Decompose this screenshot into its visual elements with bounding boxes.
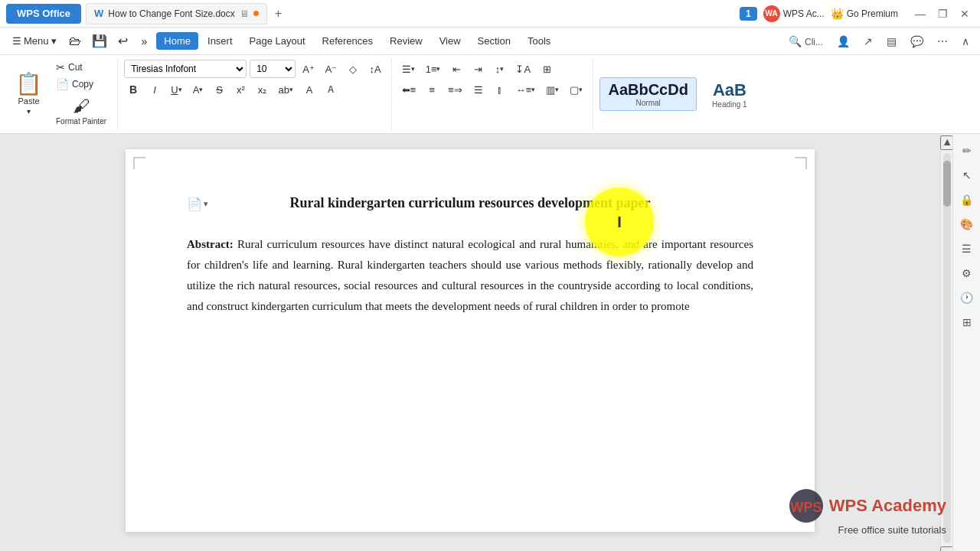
document-tab[interactable]: W How to Change Font Size.docx 🖥 xyxy=(86,3,267,24)
history-button[interactable]: 🕐 xyxy=(956,287,978,308)
vertical-scrollbar[interactable]: ▲ ▼ xyxy=(940,134,952,551)
document-icon-button[interactable]: 📄 ▾ xyxy=(187,197,208,211)
scroll-up-button[interactable]: ▲ xyxy=(942,135,952,148)
bold-button[interactable]: B xyxy=(124,80,142,99)
superscript-button[interactable]: x² xyxy=(232,80,250,99)
sort-para-button[interactable]: ↧A xyxy=(511,60,534,78)
columns-icon: ⫿ xyxy=(497,84,502,96)
home-menu-item[interactable]: Home xyxy=(156,32,198,50)
font-decrease-button[interactable]: A⁻ xyxy=(322,60,341,78)
underline-button[interactable]: U ▾ xyxy=(167,80,185,99)
sort-button[interactable]: ↕A xyxy=(365,60,384,78)
border-button[interactable]: ▢ ▾ xyxy=(566,80,586,99)
monitor-icon: 🖥 xyxy=(240,8,249,19)
scroll-thumb[interactable] xyxy=(943,161,951,207)
underline-icon: U xyxy=(171,84,178,96)
collapse-ribbon-button[interactable]: ∧ xyxy=(957,32,974,51)
align-center-button[interactable]: ≡ xyxy=(423,80,441,99)
settings-button[interactable]: ⚙ xyxy=(956,262,978,284)
italic-button[interactable]: I xyxy=(145,80,164,99)
notification-badge[interactable]: 1 xyxy=(740,7,757,21)
format-painter-button[interactable]: 🖌 Format Painter xyxy=(51,93,111,129)
lock-button[interactable]: 🔒 xyxy=(956,189,978,210)
go-premium-button[interactable]: 👑 Go Premium xyxy=(831,8,898,20)
save-button[interactable]: 💾 xyxy=(87,32,112,50)
comment-button[interactable]: 💬 xyxy=(906,32,928,51)
align-right-button[interactable]: ≡⇒ xyxy=(444,80,466,99)
columns-button[interactable]: ⫿ xyxy=(491,80,509,99)
align-center-icon: ≡ xyxy=(429,84,435,96)
hamburger-menu-button[interactable]: ☰ Menu ▾ xyxy=(6,32,63,50)
align-justify-button[interactable]: ☰ xyxy=(469,80,488,99)
annotation-button[interactable]: 🎨 xyxy=(956,214,978,235)
document-scroll[interactable]: 📄 ▾ Rural kindergarten curriculum resour… xyxy=(0,134,940,551)
view-menu-item[interactable]: View xyxy=(432,32,469,50)
collaboration-button[interactable]: 👤 xyxy=(832,32,854,51)
strikethrough-icon: S xyxy=(216,84,223,96)
font-increase-button[interactable]: A⁺ xyxy=(299,60,318,78)
maximize-button[interactable]: ❐ xyxy=(933,8,952,20)
toc-button[interactable]: ☰ xyxy=(956,238,978,259)
heading1-style[interactable]: AaB Heading 1 xyxy=(703,77,756,112)
section-menu-item[interactable]: Section xyxy=(470,32,518,50)
tools-menu-item[interactable]: Tools xyxy=(520,32,558,50)
pen-tool-button[interactable]: ✏ xyxy=(956,140,978,161)
border-dropdown-icon: ▾ xyxy=(579,86,583,93)
bullets-dropdown-icon: ▾ xyxy=(411,65,415,73)
table-button[interactable]: ⊞ xyxy=(537,60,556,78)
font-name-select[interactable]: Tiresias Infofont xyxy=(124,60,247,78)
scroll-down-btn[interactable]: ▼ xyxy=(940,546,954,551)
bullets-button[interactable]: ☰ ▾ xyxy=(398,60,419,78)
minimize-button[interactable]: — xyxy=(910,8,930,20)
col-spacing-button[interactable]: ↔≡ ▾ xyxy=(512,80,540,99)
undo-button[interactable]: ↩ xyxy=(113,32,132,50)
search-icon: 🔍 xyxy=(789,35,802,47)
superscript-icon: x² xyxy=(237,84,245,96)
wps-account-button[interactable]: WA WPS Ac... xyxy=(763,5,825,22)
numbering-button[interactable]: 1≡ ▾ xyxy=(422,60,445,78)
title-bar: WPS Office W How to Change Font Size.doc… xyxy=(0,0,980,28)
unsaved-dot xyxy=(253,11,259,16)
line-spacing-button[interactable]: ↕ ▾ xyxy=(490,60,508,78)
shading-button[interactable]: ▥ ▾ xyxy=(542,80,563,99)
table-button-sidebar[interactable]: ⊞ xyxy=(956,311,978,333)
recent-files-button[interactable]: 🗁 xyxy=(64,33,86,50)
copy-button[interactable]: 📄 Copy xyxy=(51,77,111,92)
align-left-button[interactable]: ⬅≡ xyxy=(398,80,420,99)
search-button[interactable]: 🔍 Cli... xyxy=(784,32,828,51)
corner-mark-top-right xyxy=(795,157,807,169)
hamburger-icon: ☰ xyxy=(12,35,21,47)
outdent-button[interactable]: ⇤ xyxy=(447,60,466,78)
annotation-icon: 🎨 xyxy=(960,218,973,230)
subscript-button[interactable]: x₂ xyxy=(253,80,272,99)
new-tab-button[interactable]: + xyxy=(270,7,286,21)
font-color-button[interactable]: A ▾ xyxy=(189,80,207,99)
highlight-button[interactable]: ab ▾ xyxy=(275,80,297,99)
char-shading-button[interactable]: A xyxy=(322,80,340,99)
insert-menu-item[interactable]: Insert xyxy=(200,32,240,50)
text-color-2-button[interactable]: A xyxy=(300,80,318,99)
ribbon: 📋 Paste ▾ ✂ Cut 📄 Copy 🖌 Format Painter … xyxy=(0,55,980,134)
font-size-select[interactable]: 10 xyxy=(250,60,296,78)
font-style-row: B I U ▾ A ▾ S x² x₂ ab xyxy=(124,80,385,99)
increase-font-icon: A⁺ xyxy=(302,64,315,75)
page-layout-menu-item[interactable]: Page Layout xyxy=(242,32,313,50)
scroll-track[interactable] xyxy=(943,153,951,543)
paste-button[interactable]: 📋 Paste ▾ xyxy=(9,60,48,129)
close-button[interactable]: ✕ xyxy=(956,8,974,20)
references-menu-item[interactable]: References xyxy=(315,32,381,50)
cut-button[interactable]: ✂ Cut xyxy=(51,60,111,75)
strikethrough-button[interactable]: S xyxy=(211,80,229,99)
review-menu-item[interactable]: Review xyxy=(382,32,430,50)
export-button[interactable]: ▤ xyxy=(882,32,901,51)
normal-style[interactable]: AaBbCcDd Normal xyxy=(599,77,696,111)
share-button[interactable]: ↗ xyxy=(859,32,877,51)
cursor-tool-button[interactable]: ↖ xyxy=(956,165,978,186)
wps-office-button[interactable]: WPS Office xyxy=(6,4,81,24)
document-title: Rural kindergarten curriculum resources … xyxy=(187,195,753,211)
more-button[interactable]: » xyxy=(134,32,155,51)
ellipsis-icon: ⋯ xyxy=(937,35,948,47)
clear-formatting-button[interactable]: ◇ xyxy=(344,60,362,78)
indent-button[interactable]: ⇥ xyxy=(469,60,487,78)
more-options-button[interactable]: ⋯ xyxy=(933,32,952,51)
